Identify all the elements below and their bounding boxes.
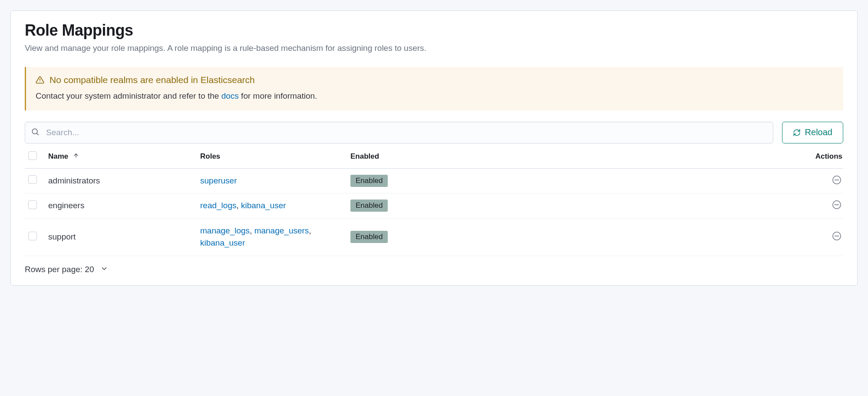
enabled-badge: Enabled [350,231,388,243]
svg-line-3 [37,133,39,135]
search-wrapper [25,122,773,143]
table-row: engineersread_logs, kibana_userEnabled [25,193,843,219]
role-link[interactable]: kibana_user [241,201,286,210]
roles-list: manage_logs, manage_users, kibana_user [200,225,339,250]
column-name-label: Name [48,152,68,160]
column-header-name[interactable]: Name [45,151,197,169]
callout-body-post: for more information. [239,91,317,100]
disable-button[interactable] [831,200,842,211]
page-subtitle: View and manage your role mappings. A ro… [25,42,843,55]
table-row: supportmanage_logs, manage_users, kibana… [25,218,843,256]
role-link[interactable]: read_logs [200,201,236,210]
warning-icon [36,76,44,84]
role-separator: , [309,226,311,235]
svg-point-2 [32,129,37,134]
column-header-roles[interactable]: Roles [197,151,347,169]
enabled-badge: Enabled [350,175,388,187]
disable-icon [832,175,842,186]
column-header-enabled[interactable]: Enabled [347,151,638,169]
callout-body-pre: Contact your system administrator and re… [36,91,221,100]
table-row: administratorssuperuserEnabled [25,168,843,193]
sort-ascending-icon [73,152,79,160]
mapping-name: administrators [45,168,197,193]
enabled-badge: Enabled [350,200,388,212]
mapping-name: support [45,218,197,256]
search-icon [31,127,40,138]
docs-link[interactable]: docs [221,91,239,100]
row-checkbox[interactable] [28,200,37,209]
column-header-actions: Actions [638,151,843,169]
role-separator: , [236,201,241,210]
reload-label: Reload [805,127,832,137]
disable-icon [832,200,842,211]
roles-list: superuser [200,175,339,187]
reload-icon [793,129,801,136]
role-mappings-table: Name Roles Enabled Actions administrator… [25,151,843,256]
callout-title: No compatible realms are enabled in Elas… [50,75,255,85]
disable-button[interactable] [831,231,842,242]
role-link[interactable]: superuser [200,176,237,185]
rows-per-page-selector[interactable]: Rows per page: 20 [25,265,843,275]
mapping-name: engineers [45,193,197,219]
select-all-checkbox[interactable] [28,151,37,160]
role-separator: , [250,226,254,235]
row-checkbox[interactable] [28,232,37,240]
reload-button[interactable]: Reload [782,122,843,143]
role-link[interactable]: kibana_user [200,238,245,247]
role-link[interactable]: manage_users [254,226,309,235]
disable-icon [832,231,842,242]
search-input[interactable] [25,122,773,143]
rows-per-page-label: Rows per page: 20 [25,265,94,274]
role-mappings-panel: Role Mappings View and manage your role … [10,10,858,286]
callout-body: Contact your system administrator and re… [36,91,834,101]
row-checkbox[interactable] [28,175,37,184]
warning-callout: No compatible realms are enabled in Elas… [25,67,843,110]
roles-list: read_logs, kibana_user [200,200,339,212]
role-link[interactable]: manage_logs [200,226,250,235]
disable-button[interactable] [831,175,842,186]
chevron-down-icon [100,265,108,275]
page-title: Role Mappings [25,21,843,40]
